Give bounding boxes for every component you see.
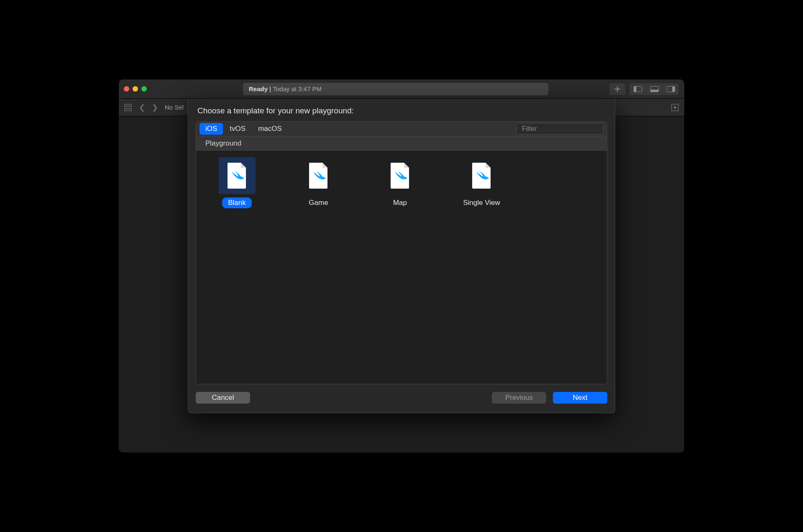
template-single-view-label: Single View [457, 197, 506, 208]
platform-tabs: iOS tvOS macOS [196, 121, 607, 136]
svg-rect-5 [673, 86, 675, 92]
related-items-button[interactable] [122, 102, 134, 113]
template-single-view-icon [463, 157, 500, 194]
add-button[interactable] [609, 83, 626, 95]
next-button[interactable]: Next [553, 392, 607, 404]
filter-field[interactable] [516, 123, 604, 135]
left-panel-icon [634, 86, 642, 92]
add-pane-icon [671, 104, 679, 111]
xcode-window: Ready | Today at 3:47 PM ❮ ❯ No Sel [119, 79, 684, 453]
nav-forward-button[interactable]: ❯ [150, 103, 160, 112]
filter-input[interactable] [522, 125, 606, 133]
template-map-icon [382, 157, 419, 194]
titlebar: Ready | Today at 3:47 PM [119, 79, 684, 99]
tab-macos[interactable]: macOS [252, 123, 288, 135]
playground-file-icon [391, 163, 410, 189]
template-single-view[interactable]: Single View [445, 156, 518, 379]
template-blank[interactable]: Blank [200, 156, 274, 379]
toggle-bottom-panel-button[interactable] [646, 83, 662, 95]
svg-rect-7 [129, 104, 131, 107]
svg-rect-1 [634, 86, 636, 92]
nav-back-button[interactable]: ❮ [137, 103, 147, 112]
template-blank-icon [219, 157, 256, 194]
svg-rect-6 [125, 104, 127, 107]
toggle-right-panel-button[interactable] [662, 83, 679, 95]
template-game[interactable]: Game [282, 156, 355, 379]
bottom-panel-icon [650, 86, 659, 92]
playground-file-icon [472, 163, 491, 189]
template-game-label: Game [303, 197, 334, 208]
template-map-label: Map [387, 197, 413, 208]
cancel-button[interactable]: Cancel [196, 392, 250, 404]
tab-tvos[interactable]: tvOS [224, 123, 251, 135]
playground-file-icon [228, 163, 247, 189]
template-blank-label: Blank [222, 197, 252, 208]
status-bar: Ready | Today at 3:47 PM [243, 83, 548, 95]
new-playground-dialog: Choose a template for your new playgroun… [188, 99, 615, 413]
traffic-lights [124, 86, 147, 92]
tab-ios[interactable]: iOS [199, 123, 223, 135]
add-editor-button[interactable] [669, 102, 681, 113]
templates-grid: Blank Game [196, 151, 607, 384]
toggle-left-panel-button[interactable] [629, 83, 646, 95]
svg-rect-3 [650, 90, 658, 92]
previous-button[interactable]: Previous [492, 392, 546, 404]
no-selection-label: No Sel [165, 104, 184, 111]
playground-file-icon [309, 163, 328, 189]
window-close-button[interactable] [124, 86, 129, 92]
plus-icon [614, 86, 621, 92]
status-divider: | [269, 85, 271, 92]
status-ready-label: Ready [249, 85, 268, 92]
svg-rect-8 [125, 108, 127, 111]
dialog-footer: Cancel Previous Next [196, 384, 607, 405]
svg-rect-9 [129, 108, 131, 111]
template-game-icon [300, 157, 337, 194]
window-minimize-button[interactable] [133, 86, 138, 92]
status-time-label: Today at 3:47 PM [273, 85, 322, 92]
right-panel-icon [667, 86, 675, 92]
panel-toggle-group [629, 83, 679, 95]
grid-icon [124, 104, 132, 111]
section-playground: Playground [196, 136, 607, 151]
window-zoom-button[interactable] [141, 86, 147, 92]
template-map[interactable]: Map [363, 156, 437, 379]
dialog-title: Choose a template for your new playgroun… [197, 106, 607, 115]
